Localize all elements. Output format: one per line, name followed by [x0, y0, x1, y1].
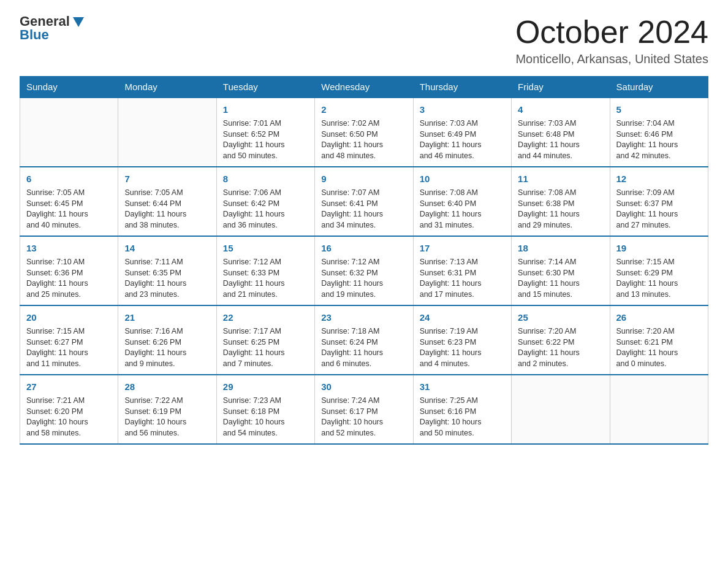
- col-friday: Friday: [512, 77, 610, 98]
- svg-marker-0: [73, 17, 84, 27]
- table-row: 3Sunrise: 7:03 AM Sunset: 6:49 PM Daylig…: [413, 98, 511, 167]
- table-row: 4Sunrise: 7:03 AM Sunset: 6:48 PM Daylig…: [512, 98, 610, 167]
- day-number: 16: [321, 242, 406, 255]
- col-thursday: Thursday: [413, 77, 511, 98]
- day-number: 6: [26, 172, 112, 185]
- day-info: Sunrise: 7:10 AM Sunset: 6:36 PM Dayligh…: [26, 257, 112, 300]
- calendar-week-row: 1Sunrise: 7:01 AM Sunset: 6:52 PM Daylig…: [20, 98, 708, 167]
- day-info: Sunrise: 7:08 AM Sunset: 6:38 PM Dayligh…: [518, 188, 603, 231]
- table-row: 10Sunrise: 7:08 AM Sunset: 6:40 PM Dayli…: [413, 167, 511, 236]
- day-info: Sunrise: 7:24 AM Sunset: 6:17 PM Dayligh…: [321, 396, 406, 439]
- day-info: Sunrise: 7:04 AM Sunset: 6:46 PM Dayligh…: [616, 118, 702, 161]
- table-row: 23Sunrise: 7:18 AM Sunset: 6:24 PM Dayli…: [315, 305, 413, 375]
- calendar-week-row: 27Sunrise: 7:21 AM Sunset: 6:20 PM Dayli…: [20, 375, 708, 444]
- day-number: 2: [321, 103, 406, 116]
- day-info: Sunrise: 7:20 AM Sunset: 6:22 PM Dayligh…: [518, 326, 603, 369]
- table-row: 25Sunrise: 7:20 AM Sunset: 6:22 PM Dayli…: [512, 305, 610, 375]
- day-info: Sunrise: 7:11 AM Sunset: 6:35 PM Dayligh…: [124, 257, 210, 300]
- day-info: Sunrise: 7:21 AM Sunset: 6:20 PM Dayligh…: [26, 396, 112, 439]
- table-row: 9Sunrise: 7:07 AM Sunset: 6:41 PM Daylig…: [315, 167, 413, 236]
- logo-text-general: General: [20, 15, 70, 28]
- calendar-header-row: Sunday Monday Tuesday Wednesday Thursday…: [20, 77, 708, 98]
- day-number: 29: [223, 380, 308, 393]
- table-row: 19Sunrise: 7:15 AM Sunset: 6:29 PM Dayli…: [610, 236, 708, 305]
- day-number: 18: [518, 242, 603, 255]
- day-number: 26: [616, 311, 702, 324]
- day-info: Sunrise: 7:15 AM Sunset: 6:29 PM Dayligh…: [616, 257, 702, 300]
- table-row: 20Sunrise: 7:15 AM Sunset: 6:27 PM Dayli…: [20, 305, 118, 375]
- day-number: 22: [223, 311, 308, 324]
- day-number: 4: [518, 103, 603, 116]
- month-title: October 2024: [515, 15, 708, 50]
- table-row: 21Sunrise: 7:16 AM Sunset: 6:26 PM Dayli…: [118, 305, 216, 375]
- day-number: 10: [420, 172, 505, 185]
- calendar-table: Sunday Monday Tuesday Wednesday Thursday…: [20, 76, 708, 445]
- day-info: Sunrise: 7:12 AM Sunset: 6:32 PM Dayligh…: [321, 257, 406, 300]
- title-block: October 2024 Monticello, Arkansas, Unite…: [515, 15, 708, 66]
- day-number: 31: [420, 380, 505, 393]
- day-number: 27: [26, 380, 112, 393]
- col-tuesday: Tuesday: [216, 77, 314, 98]
- day-info: Sunrise: 7:02 AM Sunset: 6:50 PM Dayligh…: [321, 118, 406, 161]
- day-number: 30: [321, 380, 406, 393]
- day-info: Sunrise: 7:08 AM Sunset: 6:40 PM Dayligh…: [420, 188, 505, 231]
- day-number: 25: [518, 311, 603, 324]
- day-number: 17: [420, 242, 505, 255]
- day-number: 1: [223, 103, 308, 116]
- table-row: 24Sunrise: 7:19 AM Sunset: 6:23 PM Dayli…: [413, 305, 511, 375]
- day-info: Sunrise: 7:03 AM Sunset: 6:48 PM Dayligh…: [518, 118, 603, 161]
- day-number: 5: [616, 103, 702, 116]
- day-info: Sunrise: 7:09 AM Sunset: 6:37 PM Dayligh…: [616, 188, 702, 231]
- table-row: 1Sunrise: 7:01 AM Sunset: 6:52 PM Daylig…: [216, 98, 314, 167]
- day-info: Sunrise: 7:06 AM Sunset: 6:42 PM Dayligh…: [223, 188, 308, 231]
- day-number: 28: [124, 380, 210, 393]
- location-title: Monticello, Arkansas, United States: [515, 52, 708, 66]
- calendar-week-row: 13Sunrise: 7:10 AM Sunset: 6:36 PM Dayli…: [20, 236, 708, 305]
- table-row: 11Sunrise: 7:08 AM Sunset: 6:38 PM Dayli…: [512, 167, 610, 236]
- col-monday: Monday: [118, 77, 216, 98]
- day-info: Sunrise: 7:19 AM Sunset: 6:23 PM Dayligh…: [420, 326, 505, 369]
- calendar-week-row: 6Sunrise: 7:05 AM Sunset: 6:45 PM Daylig…: [20, 167, 708, 236]
- day-number: 19: [616, 242, 702, 255]
- day-info: Sunrise: 7:15 AM Sunset: 6:27 PM Dayligh…: [26, 326, 112, 369]
- day-number: 7: [124, 172, 210, 185]
- table-row: 6Sunrise: 7:05 AM Sunset: 6:45 PM Daylig…: [20, 167, 118, 236]
- table-row: 18Sunrise: 7:14 AM Sunset: 6:30 PM Dayli…: [512, 236, 610, 305]
- day-info: Sunrise: 7:12 AM Sunset: 6:33 PM Dayligh…: [223, 257, 308, 300]
- table-row: 15Sunrise: 7:12 AM Sunset: 6:33 PM Dayli…: [216, 236, 314, 305]
- table-row: 12Sunrise: 7:09 AM Sunset: 6:37 PM Dayli…: [610, 167, 708, 236]
- day-number: 8: [223, 172, 308, 185]
- day-info: Sunrise: 7:20 AM Sunset: 6:21 PM Dayligh…: [616, 326, 702, 369]
- logo-triangle-icon: [72, 15, 85, 28]
- logo-text-blue: Blue: [20, 28, 49, 42]
- day-number: 21: [124, 311, 210, 324]
- day-number: 14: [124, 242, 210, 255]
- table-row: 29Sunrise: 7:23 AM Sunset: 6:18 PM Dayli…: [216, 375, 314, 444]
- day-number: 23: [321, 311, 406, 324]
- table-row: [610, 375, 708, 444]
- col-sunday: Sunday: [20, 77, 118, 98]
- table-row: 31Sunrise: 7:25 AM Sunset: 6:16 PM Dayli…: [413, 375, 511, 444]
- table-row: 27Sunrise: 7:21 AM Sunset: 6:20 PM Dayli…: [20, 375, 118, 444]
- day-info: Sunrise: 7:01 AM Sunset: 6:52 PM Dayligh…: [223, 118, 308, 161]
- day-number: 13: [26, 242, 112, 255]
- table-row: [20, 98, 118, 167]
- col-saturday: Saturday: [610, 77, 708, 98]
- day-number: 24: [420, 311, 505, 324]
- day-number: 11: [518, 172, 603, 185]
- table-row: 5Sunrise: 7:04 AM Sunset: 6:46 PM Daylig…: [610, 98, 708, 167]
- day-info: Sunrise: 7:25 AM Sunset: 6:16 PM Dayligh…: [420, 396, 505, 439]
- day-info: Sunrise: 7:18 AM Sunset: 6:24 PM Dayligh…: [321, 326, 406, 369]
- page-header: General Blue October 2024 Monticello, Ar…: [20, 15, 708, 66]
- table-row: [118, 98, 216, 167]
- table-row: 13Sunrise: 7:10 AM Sunset: 6:36 PM Dayli…: [20, 236, 118, 305]
- table-row: 14Sunrise: 7:11 AM Sunset: 6:35 PM Dayli…: [118, 236, 216, 305]
- day-info: Sunrise: 7:14 AM Sunset: 6:30 PM Dayligh…: [518, 257, 603, 300]
- day-info: Sunrise: 7:05 AM Sunset: 6:44 PM Dayligh…: [124, 188, 210, 231]
- day-info: Sunrise: 7:23 AM Sunset: 6:18 PM Dayligh…: [223, 396, 308, 439]
- table-row: 26Sunrise: 7:20 AM Sunset: 6:21 PM Dayli…: [610, 305, 708, 375]
- day-number: 15: [223, 242, 308, 255]
- day-info: Sunrise: 7:22 AM Sunset: 6:19 PM Dayligh…: [124, 396, 210, 439]
- day-info: Sunrise: 7:17 AM Sunset: 6:25 PM Dayligh…: [223, 326, 308, 369]
- day-info: Sunrise: 7:03 AM Sunset: 6:49 PM Dayligh…: [420, 118, 505, 161]
